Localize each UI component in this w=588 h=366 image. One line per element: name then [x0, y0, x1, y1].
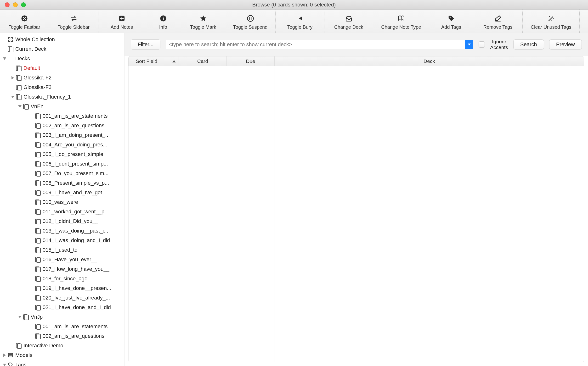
disclosure-down-icon[interactable] — [2, 364, 7, 366]
sidebar-deck-item[interactable]: 013_I_was_doing__past_c... — [0, 226, 124, 236]
sidebar-deck-item[interactable]: 014_I_was_doing_and_I_did — [0, 236, 124, 245]
toolbar-label: Change Note Type — [381, 24, 421, 30]
toolbar-label: Add Tags — [441, 24, 461, 30]
sidebar-tags[interactable]: Tags — [0, 360, 124, 366]
deck-icon — [34, 267, 41, 272]
add-tags-button[interactable]: Add Tags — [429, 10, 473, 33]
disclosure-down-icon[interactable] — [17, 316, 23, 318]
sidebar-deck-item[interactable]: Glossika-F3 — [0, 83, 124, 92]
sidebar-deck-item[interactable]: 010_was_were — [0, 197, 124, 207]
zoom-window-button[interactable] — [21, 2, 26, 7]
svg-rect-12 — [9, 38, 10, 39]
sidebar-deck-item[interactable]: 016_Have_you_ever__ — [0, 255, 124, 264]
toggle-mark-button[interactable]: Toggle Mark — [181, 10, 225, 33]
sidebar-deck-item[interactable]: 021_I_have_done_and_I_did — [0, 303, 124, 312]
deck-icon — [34, 305, 41, 310]
sidebar-whole-collection[interactable]: Whole Collection — [0, 35, 124, 44]
sidebar-deck-item[interactable]: 018_for_since_ago — [0, 274, 124, 283]
search-button[interactable]: Search — [513, 39, 544, 50]
sidebar-deck-item[interactable]: 006_I_dont_present_simp... — [0, 159, 124, 169]
svg-rect-13 — [11, 38, 12, 39]
preview-button[interactable]: Preview — [549, 39, 582, 50]
tag-icon — [448, 14, 455, 23]
toolbar-label: Add Notes — [111, 24, 133, 30]
disclosure-down-icon[interactable] — [10, 96, 15, 98]
close-window-button[interactable] — [5, 2, 10, 7]
tree-item-label: 003_I_am_doing_present_... — [43, 132, 110, 138]
minimize-window-button[interactable] — [13, 2, 18, 7]
sidebar-deck-item[interactable]: Glossika_Fluency_1 — [0, 92, 124, 102]
clear-unused-tags-button[interactable]: Clear Unused Tags — [523, 10, 580, 33]
remove-tags-button[interactable]: Remove Tags — [473, 10, 523, 33]
sidebar-deck-item[interactable]: 011_worked_got_went__p... — [0, 207, 124, 216]
sidebar-deck-item[interactable]: 001_am_is_are_statements — [0, 322, 124, 331]
sidebar-deck-item[interactable]: 002_am_is_are_questions — [0, 121, 124, 130]
table-header: Sort Field Card Due Deck — [128, 56, 584, 66]
traffic-lights — [0, 2, 26, 7]
info-button[interactable]: Info — [145, 10, 181, 33]
sidebar-deck-item[interactable]: VnEn — [0, 102, 124, 111]
main-pane: Filter... Ignore Accents Search Preview … — [125, 33, 588, 366]
search-history-dropdown[interactable] — [465, 40, 473, 49]
sidebar-deck-item[interactable]: Glossika-F2 — [0, 73, 124, 83]
sidebar-deck-item[interactable]: VnJp — [0, 312, 124, 322]
toolbar-label: Toggle Mark — [190, 24, 216, 30]
sidebar-deck-item[interactable]: 005_I_do_present_simple — [0, 150, 124, 159]
col-sort-field[interactable]: Sort Field — [129, 56, 179, 66]
titlebar: Browse (0 cards shown; 0 selected) — [0, 0, 588, 10]
sidebar-deck-item[interactable]: Default — [0, 63, 124, 73]
sidebar-deck-item[interactable]: 019_I_have_done__presen... — [0, 283, 124, 293]
sidebar-deck-item[interactable]: 001_am_is_are_statements — [0, 111, 124, 121]
sidebar-deck-item[interactable]: 015_I_used_to — [0, 245, 124, 255]
disclosure-right-icon[interactable] — [2, 354, 7, 357]
sidebar-deck-item[interactable]: 009_I_have_and_Ive_got — [0, 188, 124, 197]
eraser-icon — [494, 14, 502, 23]
sidebar-deck-item[interactable]: Interactive Demo — [0, 341, 124, 351]
delete-note-button[interactable]: Delete Note — [580, 10, 588, 33]
sidebar-current-deck[interactable]: Current Deck — [0, 44, 124, 54]
deck-icon — [23, 104, 29, 109]
col-due[interactable]: Due — [227, 56, 274, 66]
sidebar-deck-item[interactable]: 012_I_didnt_Did_you__ — [0, 216, 124, 226]
ignore-accents-checkbox[interactable] — [478, 41, 485, 48]
tree-item-label: 009_I_have_and_Ive_got — [43, 190, 102, 196]
change-note-type-button[interactable]: Change Note Type — [373, 10, 429, 33]
deck-icon — [34, 180, 41, 186]
table-body-empty — [128, 66, 584, 362]
sidebar-deck-item[interactable]: 008_Present_simple_vs_p... — [0, 178, 124, 188]
tree-item-label: Default — [24, 65, 40, 71]
deck-icon — [34, 132, 41, 138]
skip-back-icon — [296, 14, 304, 23]
col-card[interactable]: Card — [179, 56, 227, 66]
sidebar-deck-item[interactable]: 020_Ive_just_Ive_already_... — [0, 293, 124, 303]
toggle-fastbar-button[interactable]: Toggle Fastbar — [0, 10, 49, 33]
add-notes-button[interactable]: Add Notes — [98, 10, 145, 33]
col-deck[interactable]: Deck — [274, 56, 584, 66]
toggle-sidebar-button[interactable]: Toggle Sidebar — [49, 10, 98, 33]
toolbar-label: Toggle Fastbar — [9, 24, 40, 30]
sidebar-decks[interactable]: Decks — [0, 54, 124, 63]
filter-button[interactable]: Filter... — [131, 39, 160, 50]
tree-item-label: 010_was_were — [43, 199, 78, 205]
deck-icon — [34, 209, 41, 214]
sidebar-models[interactable]: Models — [0, 351, 124, 360]
sidebar-deck-item[interactable]: 007_Do_you_present_sim... — [0, 169, 124, 178]
sidebar-deck-item[interactable]: 003_I_am_doing_present_... — [0, 130, 124, 140]
toolbar-label: Toggle Bury — [287, 24, 313, 30]
search-input[interactable] — [166, 40, 465, 49]
toggle-suspend-button[interactable]: Toggle Suspend — [225, 10, 275, 33]
disclosure-down-icon[interactable] — [2, 57, 7, 60]
disclosure-down-icon[interactable] — [17, 105, 23, 108]
sidebar-deck-item[interactable]: 002_am_is_are_questions — [0, 331, 124, 341]
change-deck-button[interactable]: Change Deck — [324, 10, 373, 33]
search-field-wrap — [166, 40, 473, 49]
ignore-accents-label: Ignore Accents — [490, 39, 508, 50]
tree-item-label: Decks — [15, 55, 30, 62]
toggle-bury-button[interactable]: Toggle Bury — [275, 10, 324, 33]
swap-icon — [70, 14, 77, 23]
disclosure-right-icon[interactable] — [10, 76, 15, 79]
sidebar-deck-item[interactable]: 017_How_long_have_you__ — [0, 264, 124, 274]
tree-item-label: 012_I_didnt_Did_you__ — [43, 218, 98, 224]
sidebar-deck-item[interactable]: 004_Are_you_doing_pres... — [0, 140, 124, 150]
deck-icon — [15, 94, 22, 99]
